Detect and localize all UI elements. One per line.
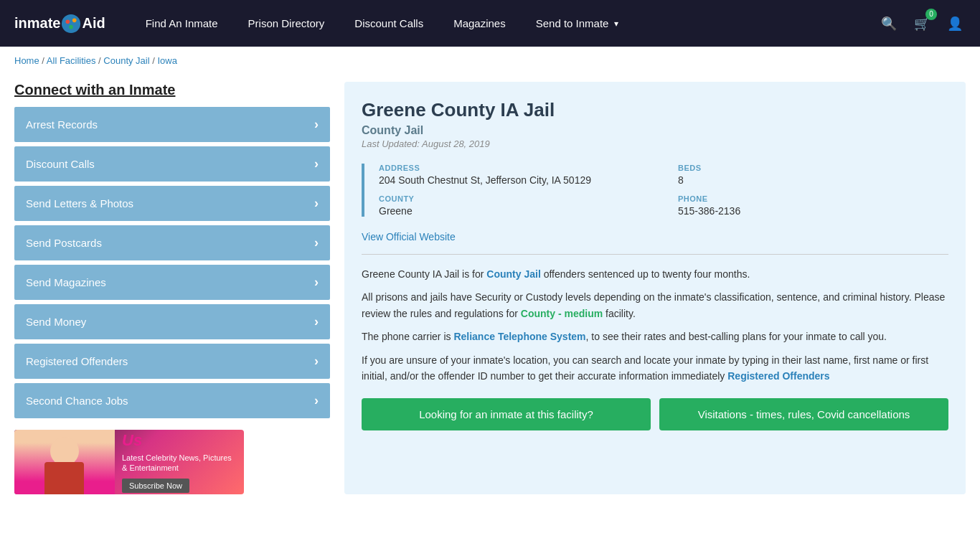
sidebar-item-label: Arrest Records: [26, 118, 98, 131]
find-inmate-button[interactable]: Looking for an inmate at this facility?: [362, 398, 651, 430]
cart-button[interactable]: 🛒 0: [911, 13, 933, 34]
sidebar-item-send-postcards[interactable]: Send Postcards ›: [14, 225, 330, 260]
content-area: Greene County IA Jail County Jail Last U…: [344, 82, 966, 494]
facility-title: Greene County IA Jail: [362, 99, 948, 121]
arrow-icon: ›: [314, 393, 319, 408]
sidebar-item-label: Send Magazines: [26, 276, 106, 288]
reliance-telephone-link[interactable]: Reliance Telephone System: [453, 331, 585, 342]
breadcrumb-home[interactable]: Home: [14, 55, 39, 66]
nav-icon-group: 🔍 🛒 0 👤: [878, 13, 966, 34]
beds-value: 8: [678, 174, 948, 186]
divider: [362, 254, 948, 255]
county-value: Greene: [379, 205, 649, 217]
breadcrumb-county-jail[interactable]: County Jail: [103, 55, 149, 66]
nav-send-to-inmate[interactable]: Send to Inmate ▾: [524, 11, 631, 35]
svg-point-3: [70, 24, 74, 29]
arrow-icon: ›: [314, 156, 319, 171]
address-value: 204 South Chestnut St, Jefferson City, I…: [379, 174, 649, 186]
nav-magazines[interactable]: Magazines: [442, 11, 517, 35]
nav-find-inmate[interactable]: Find An Inmate: [134, 11, 230, 35]
ad-banner: Us Latest Celebrity News, Pictures & Ent…: [14, 430, 244, 494]
phone-block: PHONE 515-386-2136: [678, 194, 948, 217]
info-grid: ADDRESS 204 South Chestnut St, Jefferson…: [362, 164, 948, 217]
sidebar-item-second-chance-jobs[interactable]: Second Chance Jobs ›: [14, 383, 330, 418]
desc-paragraph-3: The phone carrier is Reliance Telephone …: [362, 329, 948, 344]
ad-subscribe-button[interactable]: Subscribe Now: [122, 479, 189, 493]
beds-label: BEDS: [678, 164, 948, 172]
sidebar-item-label: Discount Calls: [26, 158, 95, 170]
navbar: inmate Aid Find An Inmate Prison Directo…: [0, 0, 980, 47]
county-label: COUNTY: [379, 194, 649, 203]
sidebar-title: Connect with an Inmate: [14, 82, 330, 98]
address-block: ADDRESS 204 South Chestnut St, Jefferson…: [379, 164, 649, 186]
arrow-icon: ›: [314, 354, 319, 369]
facility-updated: Last Updated: August 28, 2019: [362, 138, 948, 149]
ad-text: Us Latest Celebrity News, Pictures & Ent…: [115, 430, 244, 494]
desc-paragraph-4: If you are unsure of your inmate's locat…: [362, 352, 948, 385]
arrow-icon: ›: [314, 314, 319, 329]
sidebar-menu: Arrest Records › Discount Calls › Send L…: [14, 107, 330, 418]
facility-type: County Jail: [362, 124, 948, 137]
main-container: Connect with an Inmate Arrest Records › …: [0, 75, 980, 501]
action-buttons: Looking for an inmate at this facility? …: [362, 398, 948, 430]
sidebar-item-label: Send Letters & Photos: [26, 197, 133, 209]
desc-paragraph-2: All prisons and jails have Security or C…: [362, 289, 948, 321]
ad-image: [14, 430, 115, 494]
cart-badge: 0: [925, 9, 937, 20]
phone-label: PHONE: [678, 194, 948, 203]
arrow-icon: ›: [314, 275, 319, 290]
desc-paragraph-1: Greene County IA Jail is for County Jail…: [362, 266, 948, 282]
sidebar-item-registered-offenders[interactable]: Registered Offenders ›: [14, 344, 330, 379]
sidebar-item-label: Send Postcards: [26, 237, 102, 249]
nav-links: Find An Inmate Prison Directory Discount…: [134, 11, 878, 35]
nav-prison-directory[interactable]: Prison Directory: [237, 11, 336, 35]
ad-tagline: Latest Celebrity News, Pictures & Entert…: [122, 453, 237, 474]
breadcrumb: Home / All Facilities / County Jail / Io…: [0, 47, 980, 75]
visitations-button[interactable]: Visitations - times, rules, Covid cancel…: [659, 398, 948, 430]
arrow-icon: ›: [314, 235, 319, 250]
user-icon: 👤: [947, 17, 963, 31]
svg-point-2: [72, 18, 77, 22]
sidebar-item-send-letters[interactable]: Send Letters & Photos ›: [14, 186, 330, 221]
logo-all-text: Aid: [82, 15, 105, 32]
county-jail-link-1[interactable]: County Jail: [486, 268, 540, 280]
user-button[interactable]: 👤: [944, 13, 966, 34]
search-button[interactable]: 🔍: [878, 13, 900, 34]
sidebar-item-label: Send Money: [26, 316, 86, 328]
site-logo[interactable]: inmate Aid: [14, 14, 105, 34]
search-icon: 🔍: [881, 17, 897, 31]
sidebar-item-send-magazines[interactable]: Send Magazines ›: [14, 265, 330, 300]
official-website-link[interactable]: View Official Website: [362, 231, 456, 242]
sidebar-item-discount-calls[interactable]: Discount Calls ›: [14, 146, 330, 182]
breadcrumb-iowa[interactable]: Iowa: [157, 55, 176, 66]
arrow-icon: ›: [314, 196, 319, 211]
county-block: COUNTY Greene: [379, 194, 649, 217]
sidebar-item-send-money[interactable]: Send Money ›: [14, 304, 330, 339]
sidebar-item-label: Registered Offenders: [26, 355, 128, 367]
registered-offenders-link[interactable]: Registered Offenders: [727, 370, 829, 382]
dropdown-arrow-icon: ▾: [614, 19, 618, 29]
address-label: ADDRESS: [379, 164, 649, 172]
breadcrumb-all-facilities[interactable]: All Facilities: [47, 55, 96, 66]
beds-block: BEDS 8: [678, 164, 948, 186]
nav-discount-calls[interactable]: Discount Calls: [343, 11, 435, 35]
description-block: Greene County IA Jail is for County Jail…: [362, 266, 948, 384]
logo-icon: [61, 14, 81, 34]
phone-value: 515-386-2136: [678, 205, 948, 217]
sidebar-item-label: Second Chance Jobs: [26, 395, 128, 407]
arrow-icon: ›: [314, 117, 319, 132]
sidebar-item-arrest-records[interactable]: Arrest Records ›: [14, 107, 330, 142]
ad-logo: Us: [122, 431, 237, 450]
svg-point-1: [66, 19, 70, 24]
county-medium-link[interactable]: County - medium: [521, 308, 603, 319]
svg-point-0: [62, 14, 80, 32]
logo-text: inmate: [14, 15, 60, 32]
sidebar: Connect with an Inmate Arrest Records › …: [14, 82, 330, 494]
